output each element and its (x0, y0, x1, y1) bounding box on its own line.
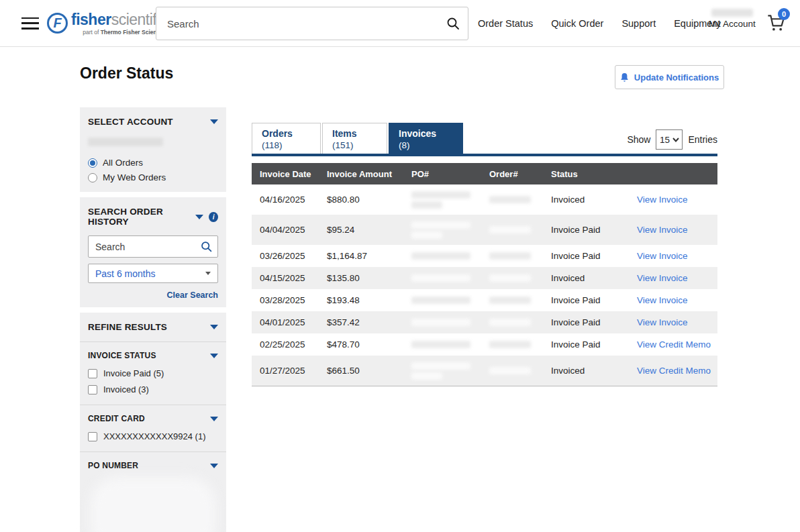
action-cell: View Invoice (628, 295, 717, 305)
fisher-scientific-logo[interactable]: F fisherscientific part of Thermo Fisher… (47, 11, 167, 36)
order-number-redacted (489, 319, 531, 326)
invoice-date-cell: 04/04/2025 (260, 225, 327, 235)
order-number-cell (489, 252, 551, 260)
tabs-underline-bar (252, 154, 717, 156)
table-row: 01/27/2025 $661.50 Invoiced View Credit … (252, 356, 717, 386)
table-row: 04/16/2025 $880.80 Invoiced View Invoice (252, 184, 717, 215)
tab-invoices[interactable]: Invoices (8) (389, 123, 463, 154)
search-icon (200, 240, 213, 253)
view-invoice-link[interactable]: View Invoice (637, 317, 688, 327)
chevron-down-icon[interactable] (210, 354, 218, 358)
update-notifications-button[interactable]: Update Notifications (615, 65, 724, 89)
chevron-down-icon[interactable] (210, 464, 218, 468)
po-number-redacted-line2 (411, 372, 442, 380)
status-cell: Invoice Paid (551, 339, 628, 350)
logo-f-circle-icon: F (47, 13, 68, 34)
credit-card-title: CREDIT CARD (88, 414, 145, 423)
view-invoice-link[interactable]: View Invoice (637, 295, 688, 305)
search-button[interactable] (438, 7, 468, 40)
results-tabs: Orders (118) Items (151) Invoices (8) Sh… (252, 123, 717, 154)
view-invoice-link[interactable]: View Invoice (637, 225, 688, 235)
action-cell: View Invoice (628, 251, 717, 261)
chevron-down-icon[interactable] (210, 119, 218, 124)
action-cell: View Invoice (628, 317, 717, 327)
view-invoice-link[interactable]: View Invoice (637, 195, 688, 205)
invoice-paid-checkbox[interactable]: Invoice Paid (5) (88, 368, 218, 378)
order-number-cell (489, 319, 551, 326)
info-icon[interactable]: i (209, 212, 218, 222)
po-number-cell (411, 274, 489, 282)
po-number-list-redacted (91, 477, 215, 532)
view-invoice-link[interactable]: View Invoice (637, 273, 688, 283)
tab-orders[interactable]: Orders (118) (252, 123, 321, 154)
refine-results-section: REFINE RESULTS INVOICE STATUS Invoice Pa… (80, 313, 226, 532)
invoice-date-cell: 03/26/2025 (260, 251, 327, 261)
order-number-cell (489, 297, 551, 304)
po-number-title: PO NUMBER (88, 461, 138, 470)
action-cell: View Credit Memo (628, 339, 717, 350)
order-number-redacted (489, 252, 531, 260)
radio-unselected-icon (88, 173, 97, 182)
cart-button[interactable]: 0 (766, 13, 787, 34)
my-account-menu[interactable]: My Account (709, 9, 756, 29)
view-invoice-link[interactable]: View Credit Memo (637, 339, 711, 350)
col-po-number: PO# (411, 169, 489, 179)
po-number-cell (411, 319, 489, 326)
top-header: F fisherscientific part of Thermo Fisher… (0, 0, 800, 47)
filters-sidebar: SELECT ACCOUNT All Orders My Web Orders … (80, 107, 226, 532)
table-row: 02/25/2025 $478.70 Invoice Paid View Cre… (252, 333, 717, 356)
order-history-search-input[interactable] (89, 242, 195, 252)
po-number-redacted (411, 191, 470, 199)
view-invoice-link[interactable]: View Invoice (637, 251, 688, 261)
invoice-amount-cell: $661.50 (327, 366, 411, 376)
col-status: Status (551, 169, 628, 179)
po-number-cell (411, 362, 489, 380)
page-title: Order Status (80, 64, 173, 83)
search-input[interactable] (156, 18, 438, 30)
po-number-redacted (411, 362, 470, 370)
order-status-page: F fisherscientific part of Thermo Fisher… (0, 0, 800, 532)
order-number-cell (489, 367, 551, 374)
action-cell: View Invoice (628, 273, 717, 283)
refine-results-title: REFINE RESULTS (88, 322, 167, 332)
table-row: 04/01/2025 $357.42 Invoice Paid View Inv… (252, 311, 717, 333)
tab-items[interactable]: Items (151) (322, 123, 387, 154)
col-invoice-amount: Invoice Amount (327, 169, 411, 179)
order-number-redacted (489, 297, 531, 304)
po-number-redacted (411, 319, 470, 326)
credit-card-checkbox[interactable]: XXXXXXXXXXXX9924 (1) (88, 431, 218, 441)
view-invoice-link[interactable]: View Credit Memo (637, 366, 711, 376)
nav-quick-order[interactable]: Quick Order (551, 18, 603, 29)
chevron-down-icon[interactable] (210, 325, 218, 329)
my-web-orders-radio[interactable]: My Web Orders (88, 172, 218, 182)
select-account-title: SELECT ACCOUNT (88, 117, 173, 127)
action-cell: View Credit Memo (628, 366, 717, 376)
order-history-search-button[interactable] (195, 236, 217, 257)
bell-icon (620, 72, 629, 83)
invoice-date-cell: 04/16/2025 (260, 195, 327, 205)
search-order-history-section: SEARCH ORDER HISTORY i Past 6 months Cle… (80, 197, 226, 307)
status-cell: Invoice Paid (551, 225, 628, 235)
chevron-down-icon[interactable] (195, 215, 203, 219)
invoice-amount-cell: $880.80 (327, 195, 411, 205)
hamburger-menu-icon[interactable] (21, 17, 39, 30)
invoice-amount-cell: $193.48 (327, 295, 411, 305)
table-body: 04/16/2025 $880.80 Invoiced View Invoice… (252, 184, 717, 386)
po-number-cell (411, 252, 489, 260)
status-cell: Invoice Paid (551, 251, 628, 261)
radio-selected-icon (88, 158, 97, 168)
invoices-table: Invoice Date Invoice Amount PO# Order# S… (252, 163, 717, 386)
nav-support[interactable]: Support (621, 18, 656, 29)
order-number-redacted (489, 341, 531, 348)
entries-per-page-select[interactable]: 15 (656, 129, 683, 150)
all-orders-radio[interactable]: All Orders (88, 158, 218, 168)
invoiced-checkbox[interactable]: Invoiced (3) (88, 384, 218, 394)
order-history-search (88, 235, 218, 258)
chevron-down-icon (672, 138, 679, 142)
nav-order-status[interactable]: Order Status (478, 18, 533, 29)
checkbox-icon (88, 369, 97, 378)
date-range-select[interactable]: Past 6 months (88, 264, 218, 283)
chevron-down-icon[interactable] (210, 417, 218, 421)
status-cell: Invoiced (551, 195, 628, 205)
clear-search-link[interactable]: Clear Search (167, 290, 218, 300)
